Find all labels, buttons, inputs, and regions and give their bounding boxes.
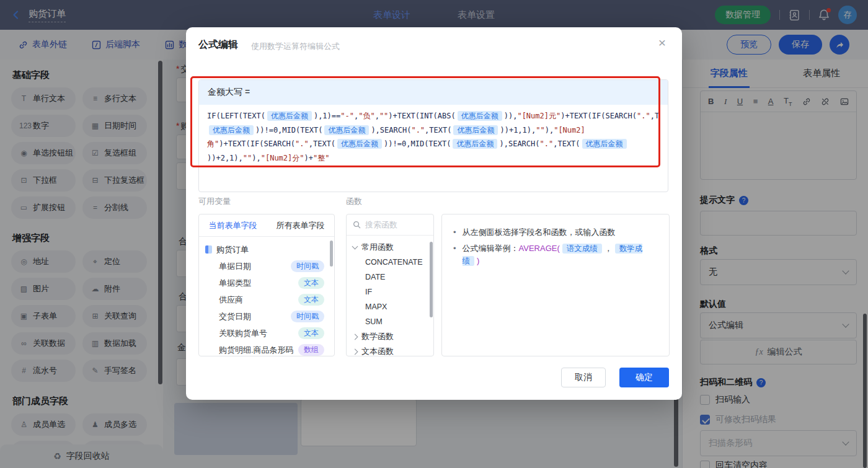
example-function-name: AVERAGE( xyxy=(519,244,560,253)
formula-code-text: ))!=0,MID(TEXT( xyxy=(255,126,322,135)
variables-scrollbar[interactable] xyxy=(330,241,333,267)
formula-code-text: ,TEXT( xyxy=(309,139,335,148)
field-token[interactable]: 优惠后金额 xyxy=(458,111,502,121)
variable-item[interactable]: 交货日期时间戳 xyxy=(205,308,329,325)
formula-code-text: ))+2,1), xyxy=(207,154,243,162)
screen: 购货订单 表单设计 表单设置 数据管理 存 表单外链 后端脚本 xyxy=(0,0,868,468)
field-token[interactable]: 优惠后金额 xyxy=(267,111,312,121)
formula-string: "[Num2] xyxy=(554,126,585,135)
formula-string: "." xyxy=(540,139,554,148)
formula-string: 角" xyxy=(207,139,219,148)
variable-name: 购货明细.商品条形码 xyxy=(219,345,294,356)
function-item[interactable]: DATE xyxy=(353,270,431,285)
formula-line: ))+2,1),""),"[Num2]分")+"整" xyxy=(207,151,660,166)
formula-code-text: )), xyxy=(504,112,518,120)
formula-string: "负" xyxy=(358,112,374,120)
variable-item[interactable]: 单据日期时间戳 xyxy=(205,258,329,275)
formula-string: "-" xyxy=(340,112,354,120)
bullet-icon: • xyxy=(453,226,456,238)
formula-string: "." xyxy=(295,139,309,148)
formula-line: IF(LEFT(TEXT(优惠后金额),1)=="-","负","")+TEXT… xyxy=(207,109,660,123)
field-token[interactable]: 优惠后金额 xyxy=(324,125,369,135)
function-group[interactable]: 数学函数 xyxy=(353,329,431,344)
formula-target-field: 金额大写 = xyxy=(199,80,668,105)
formula-code-text: ,TEXT( xyxy=(650,112,660,120)
formula-code-text: ),SEARCH( xyxy=(499,139,539,148)
formula-code-text: ,TEXT( xyxy=(425,126,451,135)
formula-string: "[Num2]分" xyxy=(261,154,304,162)
function-group[interactable]: 常用函数 xyxy=(353,240,431,255)
example-field-token: 语文成绩 xyxy=(562,244,602,254)
functions-panel: 搜索函数 常用函数CONCATENATEDATEIFMAPXSUM数学函数文本函… xyxy=(346,214,434,356)
tab-current-form-fields[interactable]: 当前表单字段 xyxy=(199,214,267,236)
confirm-button[interactable]: 确定 xyxy=(619,368,669,387)
function-group-label: 常用函数 xyxy=(361,242,394,253)
function-item[interactable]: SUM xyxy=(353,314,431,329)
formula-code-text: ))+1,1), xyxy=(500,126,536,135)
search-placeholder: 搜索函数 xyxy=(365,219,397,231)
field-token[interactable]: 优惠后金额 xyxy=(209,125,254,135)
variable-item[interactable]: 关联购货单号文本 xyxy=(205,325,329,342)
formula-editor-modal: 公式编辑 使用数学运算符编辑公式 × 金额大写 = IF(LEFT(TEXT(优… xyxy=(186,27,682,400)
function-item[interactable]: CONCATENATE xyxy=(353,255,431,270)
variables-root-item[interactable]: 购货订单 xyxy=(205,241,329,258)
formula-code-text: ),1)== xyxy=(314,112,340,120)
field-token[interactable]: 优惠后金额 xyxy=(453,139,497,149)
tip-row: • 从左侧面板选择字段名和函数，或输入函数 xyxy=(453,226,658,238)
bullet-icon: • xyxy=(453,242,456,267)
functions-tree: 常用函数CONCATENATEDATEIFMAPXSUM数学函数文本函数 xyxy=(347,236,433,356)
tip-text: 从左侧面板选择字段名和函数，或输入函数 xyxy=(463,226,616,238)
formula-code-text: IF(LEFT(TEXT( xyxy=(207,112,265,120)
variable-item[interactable]: 供应商文本 xyxy=(205,291,329,308)
chevron-right-icon xyxy=(352,333,358,340)
variable-type-badge: 时间戳 xyxy=(291,311,324,322)
variable-type-badge: 文本 xyxy=(298,294,324,306)
functions-scrollbar[interactable] xyxy=(430,242,433,317)
formula-string: "整" xyxy=(313,154,329,162)
form-doc-icon xyxy=(205,245,212,254)
cancel-button[interactable]: 取消 xyxy=(561,368,606,387)
field-token[interactable]: 优惠后金额 xyxy=(453,125,498,135)
function-search[interactable]: 搜索函数 xyxy=(347,214,433,236)
chevron-down-icon xyxy=(352,244,358,250)
formula-code-text: )+ xyxy=(304,154,313,162)
formula-code-text: )+TEXT(IF(SEARCH( xyxy=(560,112,637,120)
formula-line: 角")+TEXT(IF(SEARCH(".",TEXT(优惠后金额))!=0,M… xyxy=(207,137,660,151)
tab-all-form-fields[interactable]: 所有表单字段 xyxy=(267,214,334,236)
formula-code-text: ,TEXT( xyxy=(553,139,580,148)
variable-type-badge: 时间戳 xyxy=(291,260,324,272)
function-item[interactable]: IF xyxy=(353,285,431,299)
formula-line: 优惠后金额))!=0,MID(TEXT(优惠后金额),SEARCH(".",TE… xyxy=(207,123,660,138)
variable-type-badge: 文本 xyxy=(298,327,324,339)
formula-string: "" xyxy=(243,154,252,162)
modal-subtitle: 使用数学运算符编辑公式 xyxy=(251,41,340,52)
functions-section-label: 函数 xyxy=(346,196,362,207)
function-item[interactable]: MAPX xyxy=(353,299,431,314)
variables-tabs: 当前表单字段 所有表单字段 xyxy=(199,214,334,237)
close-icon[interactable]: × xyxy=(658,36,666,49)
formula-code-text: )+TEXT(IF(SEARCH( xyxy=(219,139,295,148)
field-token[interactable]: 优惠后金额 xyxy=(337,139,382,149)
formula-editor[interactable]: 金额大写 = IF(LEFT(TEXT(优惠后金额),1)=="-","负","… xyxy=(198,79,668,192)
tip-row-example: • 公式编辑举例：AVERAGE(语文成绩，数学成绩) xyxy=(453,242,658,267)
variables-section-label: 可用变量 xyxy=(198,196,231,207)
formula-code-text: ), xyxy=(545,126,554,135)
variable-name: 单据类型 xyxy=(219,278,251,289)
variable-name: 供应商 xyxy=(219,294,243,306)
formula-code-text: ),SEARCH( xyxy=(371,126,411,135)
formula-code-text: ))!=0,MID(TEXT( xyxy=(384,139,451,148)
variable-name: 关联购货单号 xyxy=(219,328,267,339)
variable-item[interactable]: 购货明细.商品条形码数组 xyxy=(205,342,329,356)
variable-name: 单据日期 xyxy=(219,261,251,272)
function-group[interactable]: 文本函数 xyxy=(353,344,431,356)
formula-code[interactable]: IF(LEFT(TEXT(优惠后金额),1)=="-","负","")+TEXT… xyxy=(199,105,668,165)
variables-root-label: 购货订单 xyxy=(216,244,249,255)
formula-code-text: ), xyxy=(252,154,260,162)
tips-panel: • 从左侧面板选择字段名和函数，或输入函数 • 公式编辑举例：AVERAGE(语… xyxy=(441,214,670,356)
function-group-label: 数学函数 xyxy=(361,331,394,342)
formula-string: "." xyxy=(637,112,650,120)
field-token[interactable]: 优惠后金额 xyxy=(582,139,627,149)
formula-code-text: )+TEXT(INT(ABS( xyxy=(388,112,455,120)
variable-item[interactable]: 单据类型文本 xyxy=(205,275,329,291)
variable-type-badge: 数组 xyxy=(298,344,324,356)
